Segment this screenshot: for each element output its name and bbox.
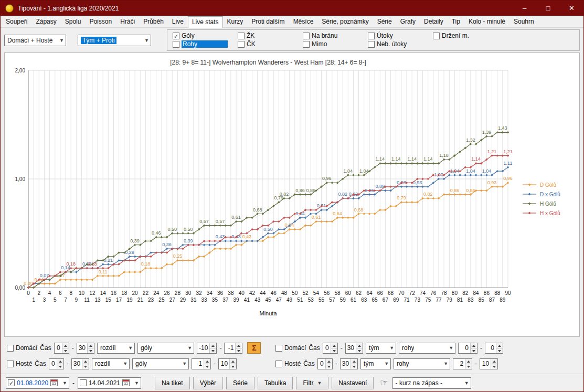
tab-live-stats[interactable]: Live stats <box>188 16 223 28</box>
corner-away-value-from-spinner[interactable]: 2 <box>453 358 472 369</box>
corner-away-mode-combo[interactable]: tým▼ <box>360 358 391 369</box>
tab-kurzy[interactable]: Kurzy <box>223 16 248 27</box>
stat-checkbox-držení-m-[interactable]: Držení m. <box>433 32 498 39</box>
spinner-buttons[interactable] <box>62 343 69 353</box>
výběr-button[interactable]: Výběr <box>193 377 223 389</box>
spin-up-icon[interactable] <box>210 343 216 348</box>
spinner-buttons[interactable] <box>465 359 472 369</box>
spin-up-icon[interactable] <box>62 343 69 348</box>
tab-s-rie[interactable]: Série <box>373 16 396 27</box>
spinner-buttons[interactable] <box>82 359 89 369</box>
goal-home-value-to-spinner[interactable]: -1 <box>224 343 242 354</box>
spin-up-icon[interactable] <box>236 343 242 348</box>
spin-up-icon[interactable] <box>82 359 89 364</box>
spin-up-icon[interactable] <box>491 359 497 364</box>
spin-down-icon[interactable] <box>326 364 332 369</box>
spinner-buttons[interactable] <box>87 343 94 353</box>
tab-z-pasy[interactable]: Zápasy <box>31 16 60 27</box>
spin-down-icon[interactable] <box>356 348 363 353</box>
stat-checkbox-g-ly[interactable]: ✓Góly <box>173 32 238 39</box>
spin-down-icon[interactable] <box>491 364 497 369</box>
goal-home-value-from-spinner[interactable]: -10 <box>197 343 217 354</box>
corner-home-mode-combo[interactable]: tým▼ <box>366 343 396 354</box>
corner-away-time-from-spinner[interactable]: 0 <box>317 358 333 369</box>
tab-poisson[interactable]: Poisson <box>85 16 116 27</box>
spinner-buttons[interactable] <box>470 343 477 353</box>
spinner-buttons[interactable] <box>496 343 503 353</box>
goal-away-mode-combo[interactable]: rozdíl▼ <box>92 358 130 369</box>
corner-home-time-from-spinner[interactable]: 0 <box>323 343 338 354</box>
tab-hr-i[interactable]: Hráči <box>116 16 139 27</box>
close-button[interactable]: ✕ <box>560 1 583 16</box>
goal-away-time-to-spinner[interactable]: 30 <box>71 358 89 369</box>
spinner-buttons[interactable] <box>229 359 236 369</box>
série-button[interactable]: Série <box>226 377 254 389</box>
goal-away-value-to-spinner[interactable]: 10 <box>218 358 237 369</box>
tabulka-button[interactable]: Tabulka <box>258 377 293 389</box>
corner-away-time-to-spinner[interactable]: 30 <box>340 358 358 369</box>
corner-home-time-to-spinner[interactable]: 30 <box>345 343 363 354</box>
goal-away-value-from-spinner[interactable]: 1 <box>192 358 211 369</box>
spin-up-icon[interactable] <box>496 343 503 348</box>
side-combo[interactable]: Domácí + Hosté ▼ <box>4 35 66 46</box>
spin-up-icon[interactable] <box>326 359 332 364</box>
tab-m-s-ce[interactable]: Měsíce <box>289 16 318 27</box>
filtr-button[interactable]: Filtr▼ <box>296 377 328 389</box>
spin-down-icon[interactable] <box>465 364 472 369</box>
stat-checkbox-na-bránu[interactable]: Na bránu <box>303 32 368 39</box>
goal-home-mode-combo[interactable]: rozdíl▼ <box>97 343 135 354</box>
corner-away-value-to-spinner[interactable]: 10 <box>480 358 498 369</box>
spinner-buttons[interactable] <box>331 343 337 353</box>
mode-combo[interactable]: Tým + Proti ▼ <box>78 35 151 46</box>
spinner-buttons[interactable] <box>491 359 497 369</box>
stat-checkbox-čk[interactable]: ČK <box>238 40 303 48</box>
stat-checkbox-mimo[interactable]: Mimo <box>303 40 368 48</box>
goal-home-left-team-checkbox[interactable]: Domácí <box>7 344 37 352</box>
goal-home-time-from-spinner[interactable]: 0 <box>54 343 69 354</box>
spin-up-icon[interactable] <box>331 343 337 348</box>
tab-soupe-i[interactable]: Soupeři <box>2 16 31 27</box>
spin-down-icon[interactable] <box>82 364 89 369</box>
date-from-picker[interactable]: ✓01.08.2020▼ <box>6 377 69 389</box>
spinner-buttons[interactable] <box>204 359 210 369</box>
corner-away-right-team-checkbox[interactable]: Hosté <box>275 360 301 367</box>
stat-checkbox-neb-útoky[interactable]: Neb. útoky <box>368 40 433 48</box>
corner-home-right-team-checkbox[interactable]: Domácí <box>275 344 306 352</box>
tab-kolo-minul[interactable]: Kolo - minulé <box>464 16 509 27</box>
spinner-buttons[interactable] <box>57 359 63 369</box>
goal-away-stat-combo[interactable]: góly▼ <box>132 358 189 369</box>
spin-down-icon[interactable] <box>236 348 242 353</box>
tab-pr-b-h[interactable]: Průběh <box>139 16 168 27</box>
corner-home-value-to-spinner[interactable]: 0 <box>485 343 503 354</box>
minimize-button[interactable]: – <box>513 1 536 16</box>
spinner-buttons[interactable] <box>356 343 363 353</box>
spin-down-icon[interactable] <box>230 364 236 369</box>
stat-checkbox-rohy[interactable]: Rohy <box>173 40 238 48</box>
spin-up-icon[interactable] <box>57 359 63 364</box>
na-tiket-button[interactable]: Na tiket <box>155 377 190 389</box>
spinner-buttons[interactable] <box>325 359 332 369</box>
spin-up-icon[interactable] <box>471 343 477 348</box>
goal-home-time-to-spinner[interactable]: 30 <box>77 343 94 354</box>
spinner-buttons[interactable] <box>209 343 216 353</box>
spin-down-icon[interactable] <box>57 364 63 369</box>
goal-away-time-from-spinner[interactable]: 0 <box>49 358 64 369</box>
spin-up-icon[interactable] <box>356 343 363 348</box>
tab-live[interactable]: Live <box>168 16 188 27</box>
stat-checkbox-žk[interactable]: ŽK <box>238 32 303 39</box>
tab-souhrn[interactable]: Souhrn <box>509 16 538 27</box>
tab-grafy[interactable]: Grafy <box>396 16 420 27</box>
spin-up-icon[interactable] <box>230 359 236 364</box>
spin-down-icon[interactable] <box>351 364 357 369</box>
spin-up-icon[interactable] <box>88 343 94 348</box>
spin-up-icon[interactable] <box>351 359 357 364</box>
tab-tip[interactable]: Tip <box>448 16 464 27</box>
odds-combo[interactable]: - kurz na zápas -▼ <box>392 377 471 389</box>
spinner-buttons[interactable] <box>235 343 242 353</box>
corner-home-value-from-spinner[interactable]: 0 <box>458 343 477 354</box>
spin-down-icon[interactable] <box>496 348 503 353</box>
tab-proti-dal-m[interactable]: Proti dalším <box>247 16 289 27</box>
spin-down-icon[interactable] <box>88 348 94 353</box>
spin-up-icon[interactable] <box>465 359 472 364</box>
corner-away-stat-combo[interactable]: rohy▼ <box>394 358 450 369</box>
